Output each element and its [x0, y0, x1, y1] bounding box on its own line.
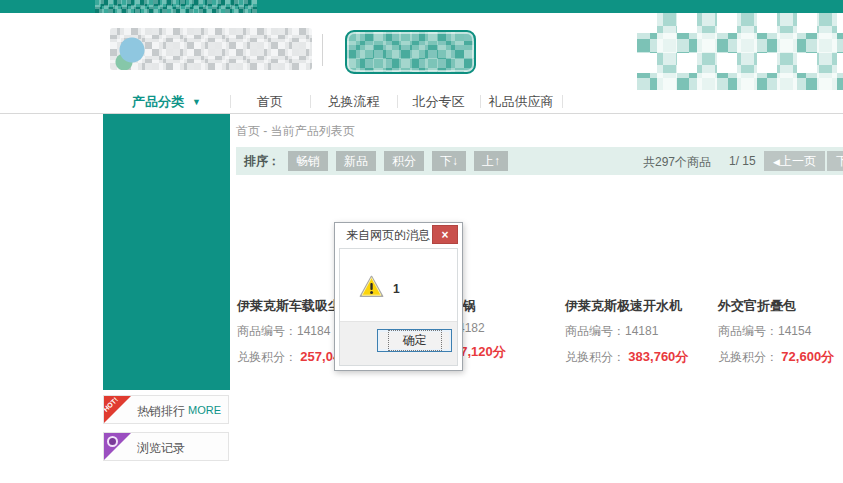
sort-button-asc[interactable]: 上↑ — [474, 151, 508, 171]
sku-label: 商品编号： — [237, 324, 297, 338]
product-name[interactable]: 锅 — [463, 297, 476, 315]
ok-button-label: 确定 — [389, 331, 441, 350]
nav-separator — [480, 95, 481, 108]
breadcrumb: 首页 - 当前产品列表页 — [236, 123, 355, 140]
main-nav: 产品分类 ▼ 首页 兑换流程 北分专区 礼品供应商 — [0, 90, 843, 114]
product-name[interactable]: 外交官折叠包 — [718, 297, 843, 315]
browse-history-label: 浏览记录 — [137, 440, 185, 457]
webpage-message-dialog: 来自网页的消息 × 1 确定 — [334, 222, 463, 371]
product-card[interactable]: 外交官折叠包 商品编号：14154 兑换积分： 72,600分 — [718, 297, 843, 366]
sort-button-desc[interactable]: 下↓ — [432, 151, 466, 171]
nav-separator — [562, 95, 563, 108]
nav-separator — [230, 95, 231, 108]
ok-button[interactable]: 确定 — [377, 329, 452, 352]
product-points: 72,600分 — [781, 349, 834, 364]
dialog-message-area: 1 — [340, 249, 457, 321]
header-divider — [322, 34, 323, 66]
nav-item-label: 兑换流程 — [328, 93, 380, 111]
product-name[interactable]: 伊莱克斯极速开水机 — [565, 297, 735, 315]
nav-product-category[interactable]: 产品分类 ▼ — [103, 90, 230, 113]
more-link[interactable]: MORE — [188, 404, 221, 416]
product-sku: 14181 — [625, 324, 658, 338]
nav-product-category-label: 产品分类 — [132, 93, 184, 111]
prev-page-label: 上一页 — [780, 154, 816, 168]
header-right-graphic-blurred — [637, 13, 843, 90]
category-sidebar-panel — [103, 114, 230, 390]
nav-item-label: 礼品供应商 — [489, 93, 554, 111]
next-page-label: 下一页 — [836, 154, 843, 168]
sort-button-new[interactable]: 新品 — [336, 151, 376, 171]
dialog-footer: 确定 — [340, 321, 457, 365]
nav-item-label: 首页 — [257, 93, 283, 111]
header-badge-blurred[interactable] — [345, 30, 476, 74]
sku-label: 商品编号： — [565, 324, 625, 338]
nav-item-exchange-process[interactable]: 兑换流程 — [310, 90, 397, 113]
left-arrow-icon: ◀ — [773, 157, 780, 167]
sort-button-points[interactable]: 积分 — [384, 151, 424, 171]
total-count: 共297个商品 — [643, 154, 711, 171]
topbar-blurred-text — [95, 0, 257, 13]
sort-label: 排序： — [244, 153, 280, 170]
dialog-message: 1 — [393, 282, 400, 296]
product-points: 383,760分 — [628, 349, 688, 364]
nav-separator — [397, 95, 398, 108]
product-sku: 14154 — [778, 324, 811, 338]
close-icon[interactable]: × — [432, 225, 458, 244]
nav-item-home[interactable]: 首页 — [230, 90, 310, 113]
dialog-body: 1 确定 — [339, 248, 458, 366]
history-eye-icon — [107, 436, 118, 447]
points-label: 兑换积分： — [565, 350, 625, 364]
page-indicator: 1/ 15 — [729, 154, 756, 168]
sku-label: 商品编号： — [718, 324, 778, 338]
browse-history-box[interactable]: 浏览记录 — [103, 432, 229, 461]
sort-toolbar: 排序： 畅销 新品 积分 下↓ 上↑ 共297个商品 1/ 15 ◀上一页 下一… — [236, 147, 843, 175]
chevron-down-icon: ▼ — [192, 97, 201, 107]
site-logo-blurred — [110, 28, 312, 70]
nav-item-gift-supplier[interactable]: 礼品供应商 — [480, 90, 562, 113]
product-sku: 14184 — [297, 324, 330, 338]
nav-item-label: 北分专区 — [413, 93, 465, 111]
next-page-button[interactable]: 下一页 — [827, 151, 843, 171]
sort-button-bestseller[interactable]: 畅销 — [288, 151, 328, 171]
warning-icon — [359, 275, 384, 298]
nav-separator — [310, 95, 311, 108]
prev-page-button[interactable]: ◀上一页 — [764, 151, 825, 171]
points-label: 兑换积分： — [718, 350, 778, 364]
nav-item-beifen-zone[interactable]: 北分专区 — [397, 90, 480, 113]
product-card[interactable]: 伊莱克斯极速开水机 商品编号：14181 兑换积分： 383,760分 — [565, 297, 735, 366]
hot-ranking-box[interactable]: HOT! 热销排行 MORE — [103, 395, 229, 424]
dialog-title: 来自网页的消息 — [346, 227, 430, 244]
points-label: 兑换积分： — [237, 350, 297, 364]
hot-ranking-label: 热销排行 — [137, 403, 185, 420]
